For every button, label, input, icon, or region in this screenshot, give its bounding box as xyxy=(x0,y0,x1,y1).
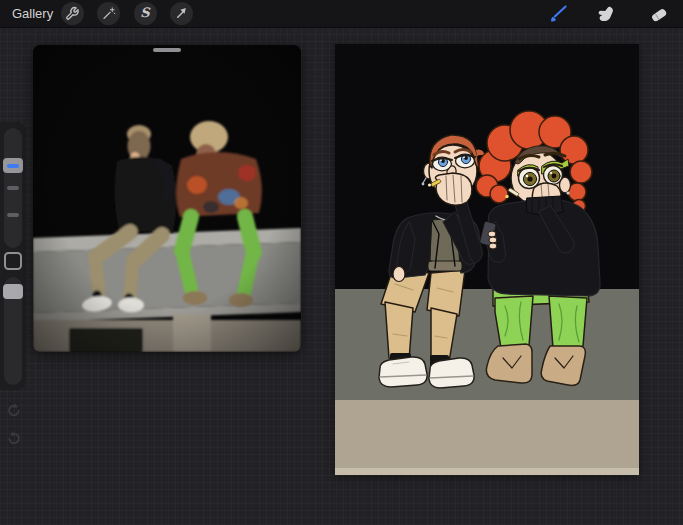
magic-wand-icon xyxy=(101,6,116,21)
actions-button[interactable] xyxy=(61,2,84,25)
paintbrush-icon xyxy=(547,4,569,24)
selection-button[interactable]: S xyxy=(134,2,157,25)
undo-icon xyxy=(5,401,23,419)
drawing-ground xyxy=(335,400,639,475)
undo-button[interactable] xyxy=(5,401,23,419)
erase-tool-button[interactable] xyxy=(647,2,670,25)
redo-icon xyxy=(5,429,23,447)
redo-button[interactable] xyxy=(5,429,23,447)
photo-vignette xyxy=(33,45,301,352)
transform-arrow-icon xyxy=(174,6,189,21)
left-character-hand xyxy=(393,267,405,282)
reference-photo xyxy=(33,45,301,352)
smudge-tool-button[interactable] xyxy=(593,2,616,25)
size-memory-tick[interactable] xyxy=(7,186,19,190)
canvas-window xyxy=(335,44,639,475)
brush-sidebar xyxy=(0,122,26,390)
selection-s-icon: S xyxy=(140,6,149,19)
left-character-earring xyxy=(422,183,425,186)
modify-button[interactable] xyxy=(4,252,22,270)
wrench-icon xyxy=(65,6,80,21)
right-character-earring xyxy=(566,191,569,194)
canvas-artwork[interactable] xyxy=(335,44,639,475)
left-character-sneaker xyxy=(429,358,474,388)
right-character-boot xyxy=(541,346,585,385)
adjustments-button[interactable] xyxy=(97,2,120,25)
eraser-icon xyxy=(649,4,669,24)
reference-photo-window[interactable] xyxy=(33,45,301,352)
right-character-boot xyxy=(486,344,532,383)
drawing-ground-edge xyxy=(335,468,639,475)
left-character-sneaker xyxy=(379,357,427,387)
size-memory-tick[interactable] xyxy=(7,213,19,217)
brush-size-indicator xyxy=(7,164,19,168)
transform-button[interactable] xyxy=(170,2,193,25)
top-toolbar: Gallery S xyxy=(0,0,683,28)
brush-opacity-knob[interactable] xyxy=(3,284,23,299)
smudge-hand-icon xyxy=(595,4,615,24)
paint-tool-button[interactable] xyxy=(546,2,569,25)
gallery-button[interactable]: Gallery xyxy=(12,0,53,27)
brush-size-knob[interactable] xyxy=(3,158,23,173)
drag-handle[interactable] xyxy=(153,48,181,52)
